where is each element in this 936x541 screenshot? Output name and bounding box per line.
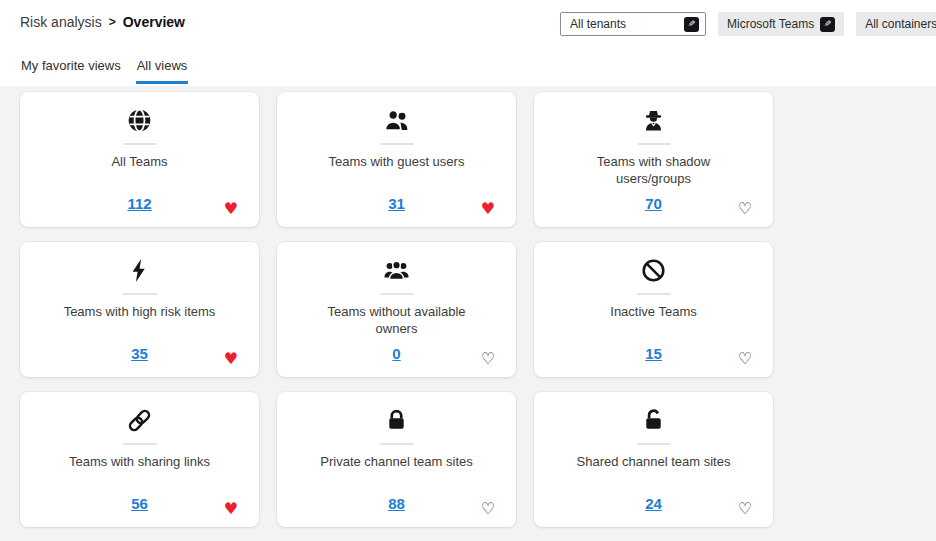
view-card: Private channel team sites 88 ♡ <box>277 392 516 527</box>
view-card: Teams with high risk items 35 ♥ <box>20 242 259 377</box>
favorite-toggle[interactable]: ♡ <box>481 351 495 367</box>
card-divider <box>380 143 414 145</box>
shadow-user-icon <box>640 107 667 134</box>
card-count-link[interactable]: 0 <box>392 345 400 362</box>
edit-icon[interactable]: ✎ <box>820 17 835 32</box>
platform-filter-label: Microsoft Teams <box>727 17 814 31</box>
card-divider <box>637 293 671 295</box>
card-title: Inactive Teams <box>610 304 696 321</box>
card-divider <box>637 143 671 145</box>
card-divider <box>123 443 157 445</box>
view-tabs: My favorite views All views <box>20 56 188 86</box>
owners-group-icon <box>383 257 410 284</box>
views-card-grid: All Teams 112 ♥ Teams with guest users 3… <box>20 92 773 527</box>
breadcrumb-separator-icon: > <box>109 15 116 29</box>
card-divider <box>123 293 157 295</box>
private-lock-icon <box>383 407 410 434</box>
view-card: All Teams 112 ♥ <box>20 92 259 227</box>
tab-my-favorite-views[interactable]: My favorite views <box>20 56 122 84</box>
card-title: Teams with guest users <box>329 154 465 171</box>
page-header: Risk analysis > Overview All tenants ✎ M… <box>0 0 936 86</box>
container-filter-label: All containers <box>865 17 936 31</box>
card-count-link[interactable]: 112 <box>127 195 151 212</box>
card-count-link[interactable]: 88 <box>388 495 405 512</box>
container-filter[interactable]: All containers ✎ <box>856 12 936 36</box>
inactive-ban-icon <box>640 257 667 284</box>
page-title: Overview <box>123 14 185 30</box>
card-count-link[interactable]: 15 <box>645 345 662 362</box>
card-title: Teams with shadow users/groups <box>566 154 742 188</box>
card-title: Teams with high risk items <box>64 304 216 321</box>
card-title: Teams with sharing links <box>69 454 210 471</box>
favorite-toggle[interactable]: ♡ <box>738 501 752 517</box>
view-card: Teams without available owners 0 ♡ <box>277 242 516 377</box>
edit-icon[interactable]: ✎ <box>684 17 699 32</box>
view-card: Teams with shadow users/groups 70 ♡ <box>534 92 773 227</box>
card-divider <box>123 143 157 145</box>
view-card: Teams with sharing links 56 ♥ <box>20 392 259 527</box>
globe-icon <box>126 107 153 134</box>
favorite-toggle[interactable]: ♡ <box>738 351 752 367</box>
card-count-link[interactable]: 35 <box>131 345 148 362</box>
view-card: Inactive Teams 15 ♡ <box>534 242 773 377</box>
sharing-link-icon <box>126 407 153 434</box>
card-count-link[interactable]: 70 <box>645 195 662 212</box>
card-divider <box>380 443 414 445</box>
shared-unlock-icon <box>640 407 667 434</box>
card-count-link[interactable]: 24 <box>645 495 662 512</box>
card-divider <box>637 443 671 445</box>
favorite-toggle[interactable]: ♥ <box>481 201 495 217</box>
card-title: All Teams <box>111 154 167 171</box>
platform-filter[interactable]: Microsoft Teams ✎ <box>718 12 844 36</box>
card-title: Teams without available owners <box>309 304 485 338</box>
card-divider <box>380 293 414 295</box>
breadcrumb: Risk analysis > Overview <box>20 14 185 30</box>
favorite-toggle[interactable]: ♥ <box>224 501 238 517</box>
card-count-link[interactable]: 31 <box>388 195 405 212</box>
view-card: Shared channel team sites 24 ♡ <box>534 392 773 527</box>
favorite-toggle[interactable]: ♥ <box>224 201 238 217</box>
favorite-toggle[interactable]: ♡ <box>481 501 495 517</box>
tab-all-views[interactable]: All views <box>136 56 189 84</box>
card-count-link[interactable]: 56 <box>131 495 148 512</box>
card-title: Shared channel team sites <box>577 454 731 471</box>
favorite-toggle[interactable]: ♡ <box>738 201 752 217</box>
scope-filters: All tenants ✎ Microsoft Teams ✎ All cont… <box>560 12 936 36</box>
favorite-toggle[interactable]: ♥ <box>224 351 238 367</box>
high-risk-bolt-icon <box>126 257 153 284</box>
guest-users-icon <box>383 107 410 134</box>
view-card: Teams with guest users 31 ♥ <box>277 92 516 227</box>
tenant-filter-label: All tenants <box>570 17 626 31</box>
card-title: Private channel team sites <box>320 454 472 471</box>
tenant-filter[interactable]: All tenants ✎ <box>560 12 706 36</box>
breadcrumb-section-link[interactable]: Risk analysis <box>20 14 102 30</box>
